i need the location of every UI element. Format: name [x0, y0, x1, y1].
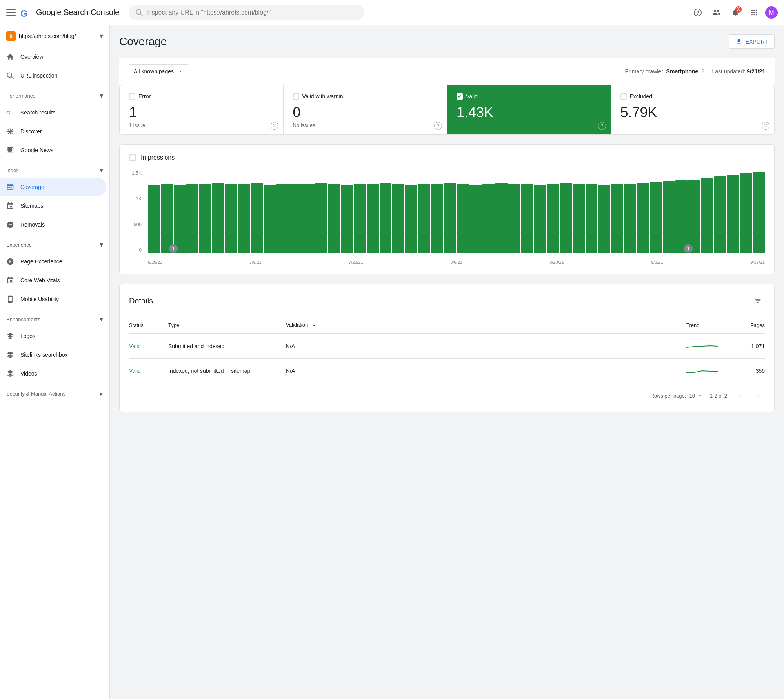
chart-bar[interactable]: [547, 184, 559, 253]
chart-bar[interactable]: [225, 184, 237, 253]
pages-filter-dropdown[interactable]: All known pages: [129, 64, 189, 78]
error-help-icon[interactable]: ?: [271, 122, 278, 130]
error-checkbox[interactable]: [129, 93, 135, 100]
chart-bar[interactable]: [637, 183, 649, 253]
details-filter-button[interactable]: [751, 294, 765, 308]
accounts-button[interactable]: [709, 5, 724, 20]
section-performance[interactable]: Performance ▾: [0, 88, 109, 103]
chart-bar[interactable]: [586, 184, 598, 253]
section-security[interactable]: Security & Manual Actions ▸: [0, 386, 109, 401]
chart-bar[interactable]: [302, 184, 315, 253]
user-avatar[interactable]: M: [765, 6, 778, 19]
chart-marker-2[interactable]: 1: [684, 244, 693, 253]
valid-status-link[interactable]: Valid: [129, 368, 141, 374]
chart-bar[interactable]: [161, 184, 173, 253]
sidebar-item-sitelinks-searchbox[interactable]: Sitelinks searchbox: [0, 345, 106, 364]
chart-bar[interactable]: [573, 184, 585, 253]
sidebar-item-page-experience[interactable]: Page Experience: [0, 252, 106, 271]
valid-help-icon[interactable]: ?: [598, 122, 606, 130]
chart-bar[interactable]: [354, 184, 366, 253]
property-selector[interactable]: b https://ahrefs.com/blog/ ▾: [0, 28, 109, 44]
export-button[interactable]: EXPORT: [729, 34, 775, 49]
chart-bar[interactable]: [560, 183, 572, 253]
chart-bar[interactable]: [650, 182, 662, 253]
chart-bar[interactable]: [457, 184, 469, 253]
crawler-help-button[interactable]: ?: [700, 68, 706, 74]
chart-bar[interactable]: [482, 184, 495, 253]
chart-bar[interactable]: [521, 184, 533, 253]
chart-bar[interactable]: [212, 183, 224, 253]
status-card-valid[interactable]: Valid 1.43K ?: [447, 85, 611, 134]
valid-checkbox[interactable]: [457, 93, 463, 100]
chart-bar[interactable]: [289, 184, 302, 253]
chart-bar[interactable]: [315, 183, 327, 253]
prev-page-button[interactable]: ‹: [733, 390, 746, 402]
excluded-help-icon[interactable]: ?: [762, 122, 769, 130]
status-card-valid-warning[interactable]: Valid with warnin... 0 No issues ?: [284, 85, 447, 134]
chart-bar[interactable]: [431, 184, 443, 253]
apps-button[interactable]: [746, 5, 762, 20]
sidebar-item-sitemaps[interactable]: Sitemaps: [0, 196, 106, 215]
chart-bar[interactable]: [264, 185, 276, 253]
chart-bar[interactable]: [367, 184, 379, 253]
chart-bar[interactable]: [238, 184, 250, 253]
chart-bar[interactable]: [534, 185, 546, 253]
help-button[interactable]: ?: [690, 5, 706, 20]
chart-bar[interactable]: [405, 185, 417, 253]
status-card-excluded[interactable]: Excluded 5.79K ?: [611, 85, 775, 134]
chart-bar[interactable]: [341, 185, 353, 253]
sidebar-item-core-web-vitals[interactable]: Core Web Vitals: [0, 271, 106, 290]
chart-bar[interactable]: [753, 172, 765, 253]
status-card-error[interactable]: Error 1 1 issue ?: [120, 85, 284, 134]
sidebar-item-search-results[interactable]: G Search results: [0, 103, 106, 122]
chart-bar[interactable]: [276, 184, 289, 253]
chart-bar[interactable]: [174, 185, 186, 253]
valid-status-link[interactable]: Valid: [129, 343, 141, 349]
section-index[interactable]: Index ▾: [0, 163, 109, 178]
sidebar-item-coverage[interactable]: Coverage: [0, 178, 106, 196]
chart-bar[interactable]: [663, 181, 675, 253]
chart-bar[interactable]: [328, 184, 340, 253]
chart-bar[interactable]: [508, 184, 520, 253]
sidebar-item-discover[interactable]: Discover: [0, 122, 106, 141]
sidebar-item-google-news[interactable]: Google News: [0, 141, 106, 160]
section-enhancements[interactable]: Enhancements ▾: [0, 312, 109, 327]
valid-warning-help-icon[interactable]: ?: [434, 122, 442, 130]
chart-bar[interactable]: [727, 175, 739, 253]
next-page-button[interactable]: ›: [752, 390, 765, 402]
chart-bar[interactable]: [624, 184, 636, 253]
chart-bar[interactable]: [469, 185, 482, 253]
sidebar-item-overview[interactable]: Overview: [0, 47, 106, 66]
sidebar-item-url-inspection[interactable]: URL inspection: [0, 66, 106, 85]
col-validation[interactable]: Validation: [286, 317, 686, 334]
excluded-checkbox[interactable]: [620, 93, 627, 100]
chart-bar[interactable]: [701, 178, 713, 253]
chart-bar[interactable]: [199, 184, 211, 253]
rows-per-page-select[interactable]: 10: [689, 392, 703, 399]
chart-bar[interactable]: [675, 180, 688, 253]
sidebar-item-mobile-usability[interactable]: Mobile Usability: [0, 290, 106, 309]
valid-warning-checkbox[interactable]: [293, 93, 299, 100]
chart-bar[interactable]: [186, 184, 198, 253]
chart-bar[interactable]: [251, 183, 263, 253]
sidebar-item-removals[interactable]: Removals: [0, 215, 106, 234]
chart-bar[interactable]: [688, 180, 700, 253]
sidebar-item-videos[interactable]: Videos: [0, 364, 106, 383]
notifications-button[interactable]: 96: [728, 5, 743, 20]
hamburger-menu[interactable]: [6, 8, 16, 17]
chart-bar[interactable]: [148, 185, 160, 253]
chart-bar[interactable]: [418, 184, 430, 253]
chart-bar[interactable]: [392, 184, 404, 253]
sidebar-item-logos[interactable]: Logos: [0, 327, 106, 345]
chart-bar[interactable]: [611, 184, 623, 253]
chart-bar[interactable]: [380, 183, 392, 253]
chart-bar[interactable]: [740, 173, 752, 253]
url-search-input[interactable]: [146, 9, 357, 16]
chart-bar[interactable]: [714, 176, 726, 253]
section-experience[interactable]: Experience ▾: [0, 237, 109, 252]
chart-bar[interactable]: [598, 185, 610, 253]
chart-marker-1[interactable]: 1: [169, 244, 178, 253]
chart-bar[interactable]: [444, 183, 456, 253]
chart-bar[interactable]: [495, 183, 508, 253]
url-search-bar[interactable]: [129, 5, 364, 20]
